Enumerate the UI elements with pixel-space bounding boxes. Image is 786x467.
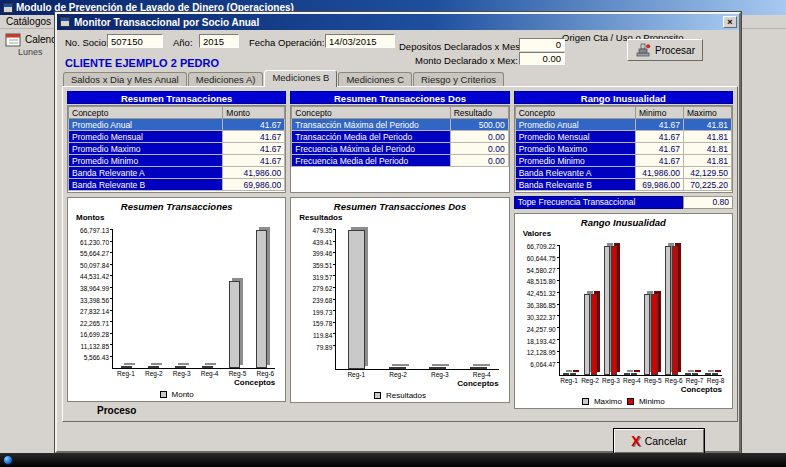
chart-resumen-transacciones-dos: Resumen Transacciones DosResultados79.89… bbox=[290, 197, 509, 403]
tab-saldos-x-dia-y-mes-anual[interactable]: Saldos x Dia y Mes Anual bbox=[63, 72, 187, 87]
x-tick-label: Reg-1 bbox=[112, 370, 140, 377]
bar-group bbox=[580, 246, 600, 375]
bar-reg-3-minimo bbox=[611, 246, 617, 375]
tab-mediciones-c[interactable]: Mediciones C bbox=[338, 72, 412, 87]
value-cell: 41.67 bbox=[635, 143, 683, 155]
chart-title: Resumen Transacciones Dos bbox=[291, 198, 508, 212]
procesar-button[interactable]: Procesar bbox=[627, 39, 703, 61]
concept-cell: Promedio Anual bbox=[69, 119, 223, 131]
concept-cell: Banda Relevante B bbox=[515, 179, 635, 191]
chart-y-axis: 6,064.4712,128.9518,193.4224,257.9030,32… bbox=[515, 246, 559, 376]
table-row[interactable]: Banda Relevante A41,986.00 bbox=[69, 167, 285, 179]
dialog-titlebar[interactable]: Monitor Transaccional por Socio Anual × bbox=[57, 14, 739, 30]
table-row[interactable]: Banda Relevante B69,986.0070,225.20 bbox=[515, 179, 731, 191]
concept-cell: Transacción Máxima del Periodo bbox=[292, 119, 450, 131]
cancel-button[interactable]: X Cancelar bbox=[614, 429, 704, 453]
bar-reg-3-monto bbox=[175, 366, 186, 368]
x-tick-label: Reg-7 bbox=[684, 377, 705, 384]
table-row[interactable]: Frecuencia Máxima del Periodo0.00 bbox=[292, 143, 508, 155]
close-icon[interactable]: × bbox=[723, 16, 737, 28]
column-header-maximo[interactable]: Maximo bbox=[683, 107, 731, 119]
bar-reg-2-resultados bbox=[389, 367, 406, 369]
legend-swatch bbox=[627, 398, 634, 405]
bar-group bbox=[377, 230, 418, 369]
tab-riesgo-y-criterios[interactable]: Riesgo y Criterios bbox=[413, 72, 504, 87]
monto-input[interactable] bbox=[519, 52, 565, 65]
table-row[interactable]: Promedio Mensual41.6741.81 bbox=[515, 131, 731, 143]
concept-cell: Banda Relevante A bbox=[69, 167, 223, 179]
tab-mediciones-a[interactable]: Mediciones A) bbox=[188, 72, 264, 87]
bar-group bbox=[140, 230, 167, 368]
table-row[interactable]: Transacción Media del Periodo0.00 bbox=[292, 131, 508, 143]
concept-cell: Promedio Minimo bbox=[515, 155, 635, 167]
x-tick-label: Reg-8 bbox=[705, 377, 726, 384]
column-header-minimo[interactable]: Minimo bbox=[635, 107, 683, 119]
x-tick-label: Reg-5 bbox=[642, 377, 663, 384]
chart-title: Resumen Transacciones bbox=[68, 198, 285, 212]
column-header-concepto[interactable]: Concepto bbox=[69, 107, 223, 119]
value-cell: 69,986.00 bbox=[635, 179, 683, 191]
y-tick-label: 319.57 bbox=[312, 273, 332, 280]
panel-title: Resumen Transacciones bbox=[67, 91, 286, 104]
concept-cell: Banda Relevante A bbox=[515, 167, 635, 179]
table-row[interactable]: Promedio Maximo41.67 bbox=[69, 143, 285, 155]
bar-reg-6-maximo bbox=[665, 246, 671, 375]
value-cell: 41.67 bbox=[223, 143, 285, 155]
value-cell: 69,986.00 bbox=[223, 179, 285, 191]
table-row[interactable]: Promedio Mensual41.67 bbox=[69, 131, 285, 143]
value-cell: 41.67 bbox=[223, 119, 285, 131]
table-row[interactable]: Promedio Anual41.67 bbox=[69, 119, 285, 131]
column-header-concepto[interactable]: Concepto bbox=[292, 107, 450, 119]
rango-table: ConceptoMinimoMaximoPromedio Anual41.674… bbox=[514, 105, 733, 193]
anio-input[interactable] bbox=[199, 34, 239, 48]
chart-x-labels: Reg-1Reg-2Reg-3Reg-4 bbox=[335, 371, 502, 378]
concept-cell: Promedio Anual bbox=[515, 119, 635, 131]
start-button[interactable] bbox=[3, 455, 13, 465]
bar-group bbox=[417, 230, 458, 369]
concept-cell: Banda Relevante B bbox=[69, 179, 223, 191]
column-header-monto[interactable]: Monto bbox=[223, 107, 285, 119]
table-row[interactable]: Banda Relevante A41,986.0042,129.50 bbox=[515, 167, 731, 179]
y-tick-label: 50,097.84 bbox=[80, 261, 109, 268]
y-tick-label: 399.46 bbox=[312, 250, 332, 257]
resumen-dos-table: ConceptoResultadoTransacción Máxima del … bbox=[290, 105, 509, 193]
legend-swatch bbox=[374, 392, 381, 399]
column-header-concepto[interactable]: Concepto bbox=[515, 107, 635, 119]
concept-cell: Frecuencia Máxima del Periodo bbox=[292, 143, 450, 155]
y-tick-label: 79.89 bbox=[316, 343, 332, 350]
value-cell: 41,986.00 bbox=[223, 167, 285, 179]
monto-label: Monto Declarado x Mex: bbox=[415, 55, 518, 66]
panel-title: Resumen Transacciones Dos bbox=[290, 91, 509, 104]
tab-mediciones-b[interactable]: Mediciones B bbox=[264, 70, 337, 87]
bar-reg-5-monto bbox=[229, 281, 240, 368]
toolbar-day-label: Lunes bbox=[18, 47, 43, 57]
table-row[interactable]: Transacción Máxima del Periodo500.00 bbox=[292, 119, 508, 131]
y-tick-label: 24,257.90 bbox=[527, 325, 556, 332]
y-tick-label: 33,398.56 bbox=[80, 296, 109, 303]
bar-reg-7-minimo bbox=[692, 373, 698, 375]
concept-cell: Promedio Maximo bbox=[69, 143, 223, 155]
y-tick-label: 12,128.95 bbox=[527, 349, 556, 356]
bar-group bbox=[681, 246, 701, 375]
table-row[interactable]: Promedio Minimo41.67 bbox=[69, 155, 285, 167]
fecha-input[interactable] bbox=[325, 34, 395, 48]
client-name: CLIENTE EJEMPLO 2 PEDRO bbox=[65, 57, 219, 69]
column-header-resultado[interactable]: Resultado bbox=[450, 107, 508, 119]
y-tick-label: 22,265.71 bbox=[80, 319, 109, 326]
bar-reg-1-resultados bbox=[348, 230, 365, 369]
bar-reg-4-minimo bbox=[631, 373, 637, 375]
tab-page-mediciones-b: Resumen Transacciones ConceptoMontoProme… bbox=[62, 86, 738, 422]
table-row[interactable]: Promedio Minimo41.6741.81 bbox=[515, 155, 731, 167]
y-tick-label: 119.84 bbox=[313, 332, 332, 339]
table-row[interactable]: Frecuencia Media del Periodo0.00 bbox=[292, 155, 508, 167]
y-tick-label: 61,230.70 bbox=[80, 238, 109, 245]
table-row[interactable]: Promedio Anual41.6741.81 bbox=[515, 119, 731, 131]
depositos-input[interactable] bbox=[519, 38, 565, 51]
resumen-table: ConceptoMontoPromedio Anual41.67Promedio… bbox=[67, 105, 286, 193]
table-row[interactable]: Banda Relevante B69,986.00 bbox=[69, 179, 285, 191]
table-row[interactable]: Promedio Maximo41.6741.81 bbox=[515, 143, 731, 155]
chart-y-axis-title: Resultados bbox=[291, 212, 508, 222]
chart-title: Rango Inusualidad bbox=[515, 214, 732, 228]
socio-input[interactable] bbox=[107, 34, 163, 48]
tope-value: 0.80 bbox=[683, 196, 733, 209]
